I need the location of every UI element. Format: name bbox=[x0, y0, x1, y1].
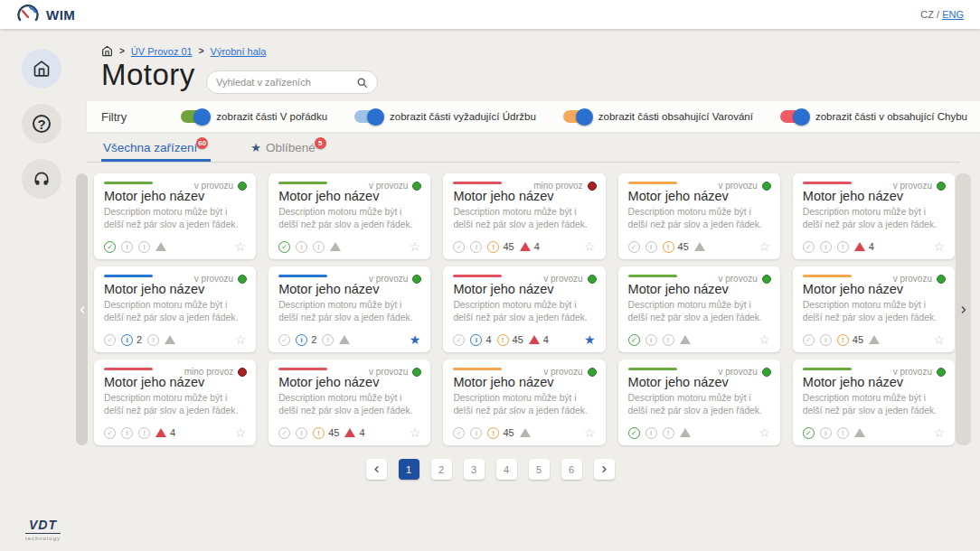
favorite-star[interactable]: ★ bbox=[410, 333, 421, 346]
carousel-prev-button[interactable] bbox=[76, 173, 88, 445]
status-dot bbox=[412, 368, 421, 377]
pagination-page-4[interactable]: 4 bbox=[496, 459, 517, 480]
device-card[interactable]: v provozuMotor jeho názevDescription mot… bbox=[269, 360, 430, 445]
vdt-logo-text: VDT bbox=[25, 518, 61, 534]
status-dot bbox=[937, 275, 946, 284]
status-label: v provozu bbox=[718, 367, 757, 377]
headset-icon bbox=[33, 170, 51, 188]
favorite-star[interactable]: ☆ bbox=[410, 426, 421, 439]
status-dot bbox=[762, 182, 771, 191]
filter-toggle-3[interactable]: zobrazit části v obsahující Chybu bbox=[780, 110, 967, 123]
warning-triangle-icon bbox=[529, 335, 540, 344]
favorite-star[interactable]: ☆ bbox=[933, 240, 945, 253]
filter-toggle-0[interactable]: zobrazit části V pořádku bbox=[181, 110, 327, 123]
device-card[interactable]: v provozuMotor jeho názevDescription mot… bbox=[94, 173, 256, 259]
favorite-star[interactable]: ☆ bbox=[933, 426, 945, 439]
card-description: Description motoru může být i delší než … bbox=[104, 392, 246, 417]
pagination-page-1[interactable]: 1 bbox=[399, 459, 419, 480]
tab-all-devices[interactable]: Všechna zařízení60 bbox=[101, 135, 211, 162]
indicator-count: 45 bbox=[328, 427, 339, 438]
favorite-star[interactable]: ☆ bbox=[235, 240, 247, 253]
card-description: Description motoru může být i delší než … bbox=[628, 392, 770, 417]
card-description: Description motoru může být i delší než … bbox=[628, 206, 770, 231]
breadcrumb-home-icon[interactable] bbox=[101, 45, 113, 57]
tab-favorites[interactable]: ★Oblíbené5 bbox=[249, 135, 328, 162]
warning-triangle-icon bbox=[344, 428, 355, 437]
pagination-page-2[interactable]: 2 bbox=[431, 459, 452, 480]
card-accent-bar bbox=[628, 368, 677, 370]
info-circle-icon: i bbox=[645, 427, 657, 439]
search-input[interactable] bbox=[216, 77, 356, 88]
device-card[interactable]: v provozuMotor jeho názevDescription mot… bbox=[793, 360, 955, 445]
toggle-track bbox=[780, 110, 807, 123]
card-description: Description motoru může být i delší než … bbox=[453, 299, 595, 324]
breadcrumb-link-hala[interactable]: Výrobní hala bbox=[211, 46, 267, 57]
status-label: v provozu bbox=[369, 367, 408, 377]
filter-toggle-1[interactable]: zobrazit části vyžadující Údržbu bbox=[354, 110, 536, 123]
favorite-star[interactable]: ☆ bbox=[759, 240, 770, 253]
card-status: v provozu bbox=[194, 181, 247, 191]
favorite-star[interactable]: ★ bbox=[584, 333, 596, 346]
check-circle-icon: ✓ bbox=[453, 334, 465, 346]
card-status: mino provoz bbox=[184, 367, 247, 377]
warning-triangle-icon bbox=[339, 335, 350, 344]
sidebar-support-button[interactable] bbox=[22, 159, 61, 199]
status-dot bbox=[588, 368, 597, 377]
filter-toggle-2[interactable]: zobrazit části obsahující Varování bbox=[563, 110, 753, 123]
info-circle-icon: i bbox=[121, 334, 133, 346]
device-card[interactable]: v provozuMotor jeho názevDescription mot… bbox=[269, 173, 430, 259]
carousel-next-button[interactable] bbox=[956, 173, 971, 445]
favorite-star[interactable]: ☆ bbox=[410, 240, 421, 253]
status-label: v provozu bbox=[194, 274, 233, 284]
pagination-page-5[interactable]: 5 bbox=[529, 459, 550, 480]
device-card[interactable]: v provozuMotor jeho názevDescription mot… bbox=[618, 266, 780, 352]
pagination-page-6[interactable]: 6 bbox=[561, 459, 582, 480]
alert-circle-icon: ! bbox=[322, 334, 334, 346]
warning-triangle-icon bbox=[155, 242, 166, 251]
status-label: v provozu bbox=[718, 274, 757, 284]
pagination-page-3[interactable]: 3 bbox=[464, 459, 485, 480]
question-icon: ? bbox=[33, 115, 51, 133]
breadcrumb-link-provoz[interactable]: ÚV Provoz 01 bbox=[131, 46, 193, 57]
favorite-star[interactable]: ☆ bbox=[933, 333, 945, 346]
device-card[interactable]: v provozuMotor jeho názevDescription mot… bbox=[269, 266, 430, 352]
indicator-count: 4 bbox=[869, 241, 874, 252]
indicator-count: 4 bbox=[170, 427, 175, 438]
alert-circle-icon: ! bbox=[837, 241, 849, 253]
card-status: v provozu bbox=[369, 181, 421, 191]
info-circle-icon: i bbox=[296, 241, 307, 253]
sidebar-home-button[interactable] bbox=[22, 49, 61, 89]
device-card[interactable]: mino provozMotor jeho názevDescription m… bbox=[94, 360, 256, 445]
favorite-star[interactable]: ☆ bbox=[235, 333, 247, 346]
tab-favorites-label: Oblíbené bbox=[266, 141, 316, 154]
device-card[interactable]: v provozuMotor jeho názevDescription mot… bbox=[94, 266, 256, 352]
favorite-star[interactable]: ☆ bbox=[235, 426, 247, 439]
favorite-star[interactable]: ☆ bbox=[759, 426, 770, 439]
status-dot bbox=[588, 182, 597, 191]
device-card[interactable]: v provozuMotor jeho názevDescription mot… bbox=[618, 360, 780, 445]
favorite-star[interactable]: ☆ bbox=[759, 333, 770, 346]
info-circle-icon: i bbox=[645, 334, 657, 346]
warning-triangle-icon bbox=[165, 335, 175, 344]
card-description: Description motoru může být i delší než … bbox=[278, 392, 420, 417]
card-indicators: ✓i!4☆ bbox=[104, 426, 246, 439]
status-dot bbox=[937, 182, 946, 191]
status-label: v provozu bbox=[893, 181, 932, 191]
warning-triangle-icon bbox=[155, 428, 166, 437]
sidebar-help-button[interactable]: ? bbox=[22, 104, 61, 144]
lang-eng-link[interactable]: ENG bbox=[942, 9, 964, 20]
favorite-star[interactable]: ☆ bbox=[584, 240, 596, 253]
favorite-star[interactable]: ☆ bbox=[584, 426, 596, 439]
card-title: Motor jeho název bbox=[803, 282, 945, 296]
device-card[interactable]: mino provozMotor jeho názevDescription m… bbox=[443, 173, 605, 259]
device-card[interactable]: v provozuMotor jeho názevDescription mot… bbox=[443, 360, 605, 445]
pagination-next-button[interactable] bbox=[594, 459, 615, 480]
device-card[interactable]: v provozuMotor jeho názevDescription mot… bbox=[443, 266, 605, 352]
indicator-count: 45 bbox=[503, 427, 514, 438]
device-card[interactable]: v provozuMotor jeho názevDescription mot… bbox=[618, 173, 780, 259]
check-circle-icon: ✓ bbox=[104, 334, 116, 346]
device-card[interactable]: v provozuMotor jeho názevDescription mot… bbox=[793, 266, 955, 352]
lang-separator: / bbox=[937, 9, 939, 20]
pagination-prev-button[interactable] bbox=[366, 459, 387, 480]
device-card[interactable]: v provozuMotor jeho názevDescription mot… bbox=[793, 173, 955, 259]
